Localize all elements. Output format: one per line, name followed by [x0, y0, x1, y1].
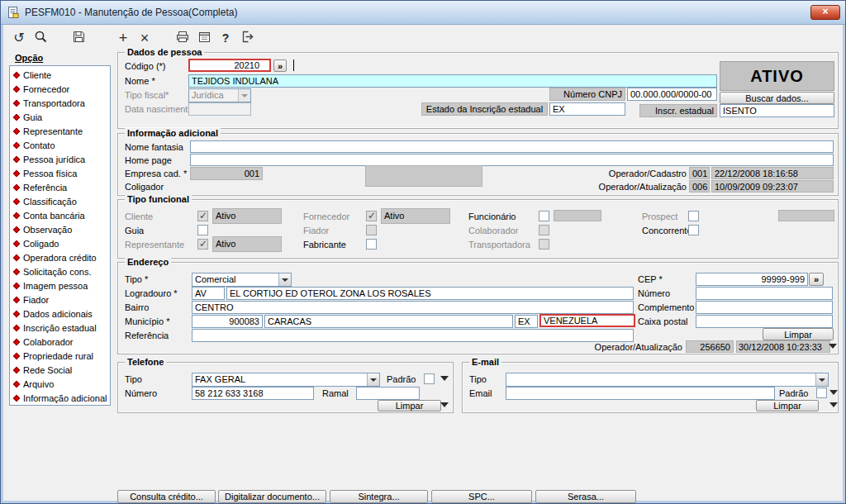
sidebar-item-fornecedor[interactable]: Fornecedor [10, 82, 110, 96]
spc-button[interactable]: SPC... [431, 490, 532, 503]
tipo-endereco-select[interactable]: Comercial [192, 273, 292, 287]
nome-label: Nome * [125, 76, 155, 87]
sidebar-item-arquivo[interactable]: Arquivo [10, 377, 110, 391]
sidebar-item-rede-social[interactable]: Rede Social [10, 363, 110, 377]
chevron-down-icon [367, 373, 379, 386]
sidebar-item-representante[interactable]: Representante [10, 124, 110, 138]
chevron-down-icon[interactable] [440, 373, 449, 383]
save-icon [72, 30, 86, 45]
sidebar-item-label: Fornecedor [23, 84, 69, 94]
diamond-bullet-icon [13, 169, 20, 176]
sidebar-item-coligado[interactable]: Coligado [10, 236, 110, 250]
sidebar-item-guia[interactable]: Guia [10, 110, 110, 124]
telefone-numero-input[interactable]: 58 212 633 3168 [192, 387, 314, 400]
chevron-down-icon[interactable] [829, 388, 839, 397]
status-badge: ATIVO [720, 61, 834, 91]
sidebar-item-operadora-credito[interactable]: Operadora crédito [10, 250, 110, 264]
telefone-padrao-checkbox[interactable] [424, 373, 435, 384]
nome-input[interactable]: TEJIDOS INDULANA [188, 74, 717, 88]
representante-status: Ativo [212, 236, 282, 252]
cep-lookup-button[interactable]: » [809, 273, 824, 286]
referencia-input[interactable] [192, 329, 634, 342]
sidebar-item-dados-adicionais[interactable]: Dados adicionais [10, 307, 110, 321]
nome-fantasia-input[interactable] [190, 140, 834, 153]
help-button[interactable]: ? [216, 27, 235, 48]
home-page-input[interactable] [190, 154, 834, 166]
municipio-codigo-input[interactable]: 900083 [192, 315, 263, 328]
sidebar-item-pessoa-juridica[interactable]: Pessoa jurídica [10, 152, 110, 166]
diamond-bullet-icon [13, 338, 20, 345]
sidebar-item-observacao[interactable]: Observação [10, 222, 110, 236]
email-tipo-select[interactable] [506, 373, 829, 387]
limpar-telefone-button[interactable]: Limpar [378, 400, 441, 411]
estado-ie-input[interactable]: EX [549, 102, 625, 116]
municipio-uf-input[interactable]: EX [515, 315, 538, 328]
sidebar-item-propriedade-rural[interactable]: Propriedade rural [10, 349, 110, 363]
sidebar-item-colaborador[interactable]: Colaborador [10, 335, 110, 349]
sidebar-item-transportadora[interactable]: Transportadora [10, 96, 110, 110]
inscr-estadual-input[interactable]: ISENTO [720, 104, 834, 117]
limpar-endereco-button[interactable]: Limpar [763, 328, 834, 340]
sidebar-item-fiador[interactable]: Fiador [10, 292, 110, 307]
codigo-input[interactable]: 20210 [188, 59, 271, 72]
fabricante-checkbox[interactable] [366, 239, 377, 250]
sidebar-item-label: Cliente [23, 70, 51, 80]
guia-label: Guia [125, 226, 144, 236]
group-title: E-mail [469, 357, 501, 367]
add-button[interactable]: + [113, 27, 133, 48]
consulta-credito-button[interactable]: Consulta crédito... [117, 490, 216, 503]
complemento-input[interactable] [696, 301, 833, 314]
exit-button[interactable] [237, 27, 257, 48]
sidebar-item-informacao-adicional[interactable]: Informação adicional [10, 391, 110, 405]
municipio-nome-input[interactable]: CARACAS [264, 315, 513, 328]
sintegra-button[interactable]: Sintegra... [330, 490, 428, 503]
sidebar-item-inscricao-estadual[interactable]: Inscrição estadual [10, 321, 110, 335]
guia-checkbox[interactable] [197, 225, 208, 235]
bairro-input[interactable]: CENTRO [192, 301, 634, 314]
prospect-checkbox[interactable] [688, 211, 699, 221]
sidebar-item-label: Dados adicionais [23, 309, 93, 319]
sidebar-item-cliente[interactable]: Cliente [10, 68, 110, 82]
cnpj-input[interactable]: 00.000.000/0000-00 [627, 88, 717, 101]
sidebar-item-solicitacao-cons[interactable]: Solicitação cons. [10, 264, 110, 278]
delete-button[interactable]: × [135, 27, 154, 48]
numero-endereco-label: Número [638, 288, 670, 299]
print-button[interactable] [173, 27, 192, 48]
sidebar-item-pessoa-fisica[interactable]: Pessoa física [10, 166, 110, 180]
ramal-input[interactable] [356, 387, 420, 400]
buscar-dados-button[interactable]: Buscar dados... [720, 92, 834, 104]
undo-button[interactable]: ↺ [9, 27, 29, 48]
sidebar-item-label: Representante [23, 126, 83, 136]
calendar-button[interactable] [194, 27, 214, 48]
fabricante-label: Fabricante [303, 240, 346, 250]
email-padrao-checkbox[interactable] [816, 388, 827, 398]
logradouro-input[interactable]: EL CORTIJO ED OTEROL ZONA LOS ROSALES [226, 287, 634, 300]
close-button[interactable]: × [810, 5, 840, 20]
chevron-down-icon[interactable] [440, 400, 449, 410]
sidebar-item-contato[interactable]: Contato [10, 138, 110, 152]
logradouro-tipo-input[interactable]: AV [192, 287, 225, 300]
chevron-down-icon[interactable] [829, 400, 839, 410]
telefone-tipo-select[interactable]: FAX GERAL [192, 373, 380, 387]
sidebar-item-referencia[interactable]: Referência [10, 180, 110, 194]
fornecedor-checkbox [366, 211, 377, 221]
numero-endereco-input[interactable] [696, 287, 833, 300]
chevron-down-icon[interactable] [828, 341, 838, 351]
email-input[interactable] [506, 387, 775, 400]
sidebar-item-label: Fiador [23, 295, 49, 305]
tipo-fiscal-select: Jurídica [188, 88, 251, 102]
save-button[interactable] [69, 27, 88, 48]
sidebar-item-classificacao[interactable]: Classificação [10, 194, 110, 208]
digitalizar-documento-button[interactable]: Digitalizar documento... [218, 490, 326, 503]
search-button[interactable] [31, 27, 50, 48]
sidebar-item-imagem-pessoa[interactable]: Imagem pessoa [10, 278, 110, 292]
cep-input[interactable]: 99999-999 [696, 273, 808, 286]
limpar-email-button[interactable]: Limpar [756, 400, 819, 411]
serasa-button[interactable]: Serasa... [535, 490, 636, 503]
municipio-pais-input[interactable]: VENEZUELA [539, 314, 635, 327]
codigo-lookup-button[interactable]: » [273, 59, 287, 72]
sidebar-item-conta-bancaria[interactable]: Conta bancária [10, 208, 110, 222]
caixa-postal-input[interactable] [696, 315, 833, 328]
funcionario-checkbox[interactable] [539, 211, 549, 221]
concorrente-checkbox[interactable] [688, 225, 699, 235]
